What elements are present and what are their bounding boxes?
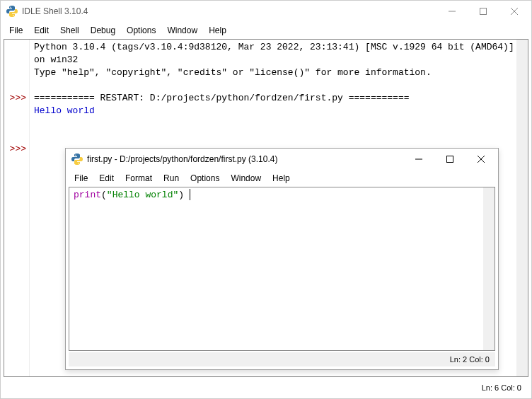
text-cursor <box>190 189 190 200</box>
vertical-scrollbar[interactable] <box>483 187 495 350</box>
minimize-button[interactable] <box>403 149 434 169</box>
menu-options[interactable]: Options <box>185 171 225 185</box>
editor-cursor-position: Ln: 2 Col: 0 <box>450 355 490 364</box>
banner-line-1: Python 3.10.4 (tags/v3.10.4:9d38120, Mar… <box>34 42 520 65</box>
restart-line: =========== RESTART: D:/projects/python/… <box>34 93 410 103</box>
editor-titlebar[interactable]: first.py - D:/projects/python/fordzen/fi… <box>66 149 498 170</box>
shell-title-text: IDLE Shell 3.10.4 <box>22 6 436 16</box>
menu-file[interactable]: File <box>4 23 28 37</box>
shell-statusbar: Ln: 6 Col: 0 <box>4 380 528 395</box>
shell-window-controls <box>436 1 530 21</box>
close-button[interactable] <box>466 149 497 169</box>
code-string: "Hello world" <box>107 190 178 200</box>
python-icon <box>71 154 83 165</box>
idle-editor-window: first.py - D:/projects/python/fordzen/fi… <box>65 148 499 370</box>
editor-statusbar: Ln: 2 Col: 0 <box>69 352 495 366</box>
maximize-button[interactable] <box>468 1 499 21</box>
prompt: >>> <box>6 143 26 156</box>
shell-menubar: File Edit Shell Debug Options Window Hel… <box>1 22 531 39</box>
stdout-line: Hello world <box>34 105 95 116</box>
python-icon <box>6 6 18 17</box>
shell-cursor-position: Ln: 6 Col: 0 <box>482 383 521 392</box>
menu-shell[interactable]: Shell <box>54 23 85 37</box>
code-close-paren: ) <box>178 190 184 200</box>
editor-menubar: File Edit Format Run Options Window Help <box>66 170 498 187</box>
editor-window-controls <box>403 149 497 169</box>
menu-debug[interactable]: Debug <box>85 23 121 37</box>
menu-window[interactable]: Window <box>161 23 203 37</box>
code-open-paren: ( <box>101 190 107 200</box>
prompt-gutter: >>> >>> <box>4 40 30 376</box>
shell-titlebar[interactable]: IDLE Shell 3.10.4 <box>1 1 531 22</box>
prompt: >>> <box>6 92 26 105</box>
menu-edit[interactable]: Edit <box>28 23 54 37</box>
menu-format[interactable]: Format <box>120 171 158 185</box>
menu-run[interactable]: Run <box>158 171 185 185</box>
close-button[interactable] <box>499 1 530 21</box>
banner-line-2: Type "help", "copyright", "credits" or "… <box>34 67 432 78</box>
menu-help[interactable]: Help <box>267 171 296 185</box>
vertical-scrollbar[interactable] <box>516 40 528 376</box>
editor-title-text: first.py - D:/projects/python/fordzen/fi… <box>87 154 403 164</box>
code-func: print <box>74 190 101 200</box>
menu-window[interactable]: Window <box>225 171 267 185</box>
svg-rect-1 <box>480 8 487 15</box>
minimize-button[interactable] <box>436 1 468 21</box>
svg-rect-5 <box>447 156 453 163</box>
menu-edit[interactable]: Edit <box>93 171 120 185</box>
maximize-button[interactable] <box>434 149 466 169</box>
menu-file[interactable]: File <box>69 171 93 185</box>
menu-help[interactable]: Help <box>203 23 232 37</box>
editor-text-widget[interactable]: print("Hello world") <box>69 187 495 351</box>
menu-options[interactable]: Options <box>121 23 161 37</box>
